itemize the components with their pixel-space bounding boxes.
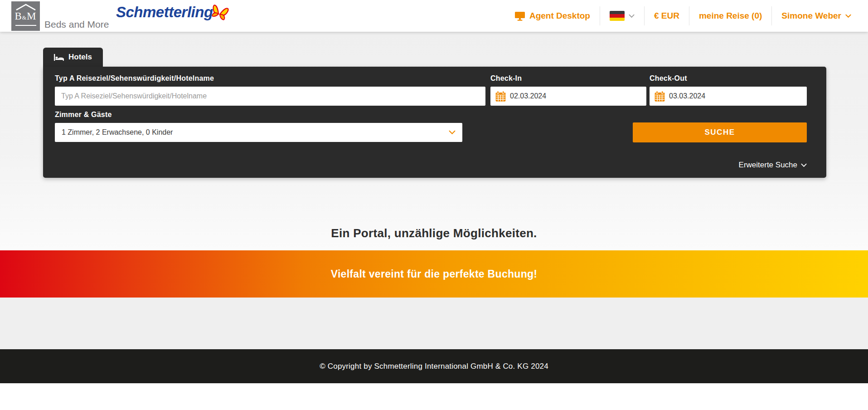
destination-label: Typ A Reiseziel/Sehenswürdigkeit/Hotelna…: [55, 74, 214, 83]
beds-and-more-logo[interactable]: B&M: [11, 1, 40, 31]
rooms-guests-select[interactable]: 1 Zimmer, 2 Erwachsene, 0 Kinder: [55, 123, 462, 142]
german-flag-icon: [610, 11, 625, 21]
logo-underline: [15, 25, 36, 26]
lower-background: [0, 298, 868, 349]
tab-hotels[interactable]: Hotels: [43, 48, 103, 67]
roof-icon: [15, 4, 36, 10]
page-headline: Ein Portal, unzählige Möglichkeiten.: [0, 226, 868, 240]
rooms-guests-label: Zimmer & Gäste: [55, 111, 112, 119]
chevron-down-icon: [801, 163, 807, 167]
destination-input[interactable]: [55, 87, 485, 106]
calendar-icon: [495, 91, 506, 102]
language-selector[interactable]: [600, 11, 644, 21]
butterfly-icon: [209, 0, 229, 20]
check-in-field[interactable]: 02.03.2024: [490, 87, 646, 106]
header: B&M Beds and More Schmetterling: [0, 0, 868, 32]
check-out-label: Check-Out: [650, 74, 687, 83]
chevron-down-icon: [845, 14, 851, 18]
advanced-search-label: Erweiterte Suche: [739, 161, 797, 170]
my-trip-label: meine Reise (0): [699, 11, 762, 21]
check-in-label: Check-In: [490, 74, 522, 83]
currency-selector[interactable]: € EUR: [645, 11, 689, 21]
brand-wordmark: Schmetterling: [116, 4, 213, 21]
currency-label: € EUR: [654, 11, 679, 21]
search-form: Typ A Reiseziel/Sehenswürdigkeit/Hotelna…: [43, 67, 826, 178]
search-button[interactable]: SUCHE: [633, 122, 807, 142]
calendar-icon: [654, 91, 665, 102]
agent-desktop-link[interactable]: Agent Desktop: [505, 11, 600, 21]
promo-banner: Vielfalt vereint für die perfekte Buchun…: [0, 250, 868, 298]
check-in-value: 02.03.2024: [510, 92, 546, 100]
monitor-icon: [514, 11, 525, 21]
schmetterling-logo[interactable]: Schmetterling: [116, 4, 229, 21]
promo-banner-text: Vielfalt vereint für die perfekte Buchun…: [331, 268, 538, 280]
hotel-search-panel: Hotels Typ A Reiseziel/Sehenswürdigkeit/…: [43, 48, 826, 178]
chevron-down-icon: [629, 14, 635, 18]
rooms-guests-value: 1 Zimmer, 2 Erwachsene, 0 Kinder: [62, 128, 173, 137]
user-menu[interactable]: Simone Weber: [772, 11, 861, 21]
chevron-down-icon: [449, 130, 456, 135]
advanced-search-toggle[interactable]: Erweiterte Suche: [739, 161, 807, 170]
tab-hotels-label: Hotels: [68, 53, 92, 62]
copyright-text: © Copyright by Schmetterling Internation…: [320, 362, 548, 371]
user-name: Simone Weber: [781, 11, 841, 21]
check-out-field[interactable]: 03.03.2024: [650, 87, 807, 106]
header-nav: Agent Desktop € EUR meine Reise (0) Simo…: [505, 0, 861, 32]
bm-monogram: B&M: [15, 11, 36, 23]
my-trip-link[interactable]: meine Reise (0): [689, 11, 771, 21]
page: B&M Beds and More Schmetterling: [0, 0, 868, 410]
check-out-value: 03.03.2024: [669, 92, 705, 100]
beds-and-more-label: Beds and More: [44, 19, 109, 30]
agent-desktop-label: Agent Desktop: [529, 11, 590, 21]
bed-icon: [54, 54, 64, 61]
footer: © Copyright by Schmetterling Internation…: [0, 349, 868, 383]
